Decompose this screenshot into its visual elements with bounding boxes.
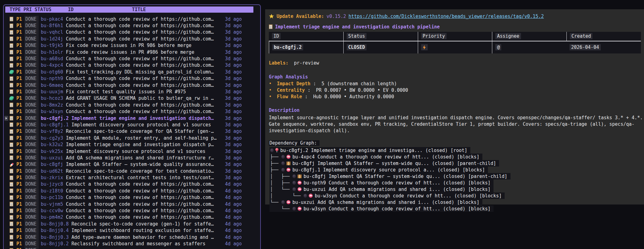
- issue-row[interactable]: P1 DONE bu-zkrixExtract architectural co…: [4, 174, 260, 181]
- issue-age: 3d ago: [225, 155, 244, 161]
- priority-label: P1: [16, 168, 24, 174]
- issue-row[interactable]: P1 DONE bu-8f6h1Conduct a thorough code …: [4, 22, 260, 29]
- column-header-pri: PRI: [23, 7, 32, 12]
- star-icon: [269, 14, 274, 19]
- priority-label: P1: [16, 221, 24, 227]
- issue-row[interactable]: P1 DONE bu-c8gfj.2Implement triage engin…: [4, 115, 260, 121]
- issue-text: bu-h1olrFix code review issues in PR #98…: [41, 49, 224, 55]
- issue-title: Conduct a thorough code review of https:…: [66, 76, 214, 81]
- issue-row[interactable]: P1 DONE bu-ud62tReconcile spec-to-code c…: [4, 168, 260, 174]
- detail-status: CLOSED: [347, 44, 366, 50]
- issue-row[interactable]: P1 DONE bu-h1olrFix code review issues i…: [4, 49, 260, 55]
- issue-row[interactable]: P1 DONE bu-cg2y3Implement QA module, ros…: [4, 135, 260, 141]
- issue-row[interactable]: P1 DONE bu-1d24jConduct a thorough code …: [4, 36, 260, 42]
- issue-row[interactable]: P1 DONE bu-uxzuiAdd QA schema migrations…: [4, 154, 260, 161]
- issue-title: Reconcile spec-to-code coverage (gen-1) …: [71, 221, 214, 227]
- issue-detail-panel: Update Available: v0.15.2 https://github…: [265, 9, 644, 205]
- issue-row[interactable]: P1 DONE bu-8njj0.8Reconcile spec-to-code…: [4, 221, 260, 227]
- issue-row[interactable]: P1 DONE bu-vk25xImplement discovery sour…: [4, 148, 260, 154]
- issue-row[interactable]: P1 DONE bu-a68sdConduct a thorough code …: [4, 55, 260, 62]
- issue-title: Fix code review issues in PR #986 before…: [66, 49, 194, 55]
- issue-id: bu-vf8y2: [41, 129, 63, 134]
- issue-text: bu-uuxjmFix contract test quality issues…: [41, 89, 224, 95]
- dependency-node-text: bu-c8gfj.1 Implement discovery source pr…: [292, 167, 485, 173]
- issue-age: 3d ago: [225, 149, 244, 154]
- issue-row[interactable]: P1 DONE bu-npth9Conduct a thorough code …: [4, 75, 260, 82]
- priority-label: P1: [16, 82, 24, 88]
- detail-table: ID Status Priority Assignee Created bu-c…: [269, 32, 641, 53]
- release-link[interactable]: https://github.com/Dicklesworthstone/bea…: [349, 14, 544, 19]
- issue-row[interactable]: P1 DONE bu-w3synConduct a thorough code …: [4, 108, 260, 115]
- issue-id: bu-z18t0: [41, 188, 63, 194]
- selection-gutter: [4, 168, 10, 174]
- selection-gutter: [4, 201, 10, 207]
- issue-id: bu-6maeq: [41, 82, 63, 88]
- issue-row[interactable]: P1 DONE bu-hcoz3Add GRANT USAGE ON SCHEM…: [4, 95, 260, 102]
- issue-age: 3d ago: [225, 23, 244, 28]
- issue-age: 3d ago: [225, 102, 244, 108]
- issue-row[interactable]: P1 DONE bu-pc11bConduct a thorough code …: [4, 194, 260, 201]
- issue-row[interactable]: P1 DONE bu-4xpc4Conduct a thorough code …: [4, 62, 260, 69]
- issue-type-cell: [10, 76, 16, 81]
- issue-row[interactable]: P1 DONE bu-vqhclConduct a thorough code …: [4, 29, 260, 36]
- issue-id: bu-k32u2: [41, 142, 63, 147]
- issue-row[interactable]: P1 DONE bu-pkac4Conduct a thorough code …: [4, 16, 260, 22]
- issue-text: bu-npth9Conduct a thorough code review o…: [41, 76, 224, 81]
- issue-type-cell: [10, 228, 16, 233]
- issue-row[interactable]: P1 DONE bu-8njj0.4Implement switchboard …: [4, 227, 260, 234]
- issue-id: bu-pc11b: [41, 195, 63, 200]
- issue-title: Conduct a thorough code review of https:…: [66, 195, 214, 200]
- priority-label: P1: [16, 62, 24, 68]
- priority-label: P1: [16, 29, 24, 35]
- status-label: DONE: [24, 201, 39, 207]
- dot-icon: [292, 181, 296, 185]
- issue-row[interactable]: P1 DONE bu-jzyc8Conduct a thorough code …: [4, 181, 260, 188]
- noentry-icon: [298, 181, 302, 185]
- issue-row[interactable]: P1 DONE bu-ccv0wConduct a thorough code …: [4, 207, 260, 214]
- priority-label: P1: [16, 214, 24, 220]
- issue-id: bu-uuxjm: [41, 89, 63, 95]
- issue-row[interactable]: P1 DONE bu-otg60Fix test_tracking.py DDL…: [4, 69, 260, 75]
- status-label: DONE: [24, 95, 39, 102]
- clipboard-icon: [10, 155, 13, 160]
- issue-row[interactable]: P1 DONE bu-pm4m2Conduct a thorough code …: [4, 214, 260, 221]
- issue-type-cell: [10, 241, 16, 246]
- issue-row[interactable]: P1 DONE bu-8njj0.3Add type-aware daemon …: [4, 234, 260, 240]
- issue-row[interactable]: P1 DONE: [4, 247, 260, 249]
- issue-row[interactable]: P1 DONE bu-t9jk5Fix code review issues i…: [4, 42, 260, 49]
- issue-title: Fix contract test quality issues in PR #…: [66, 89, 186, 95]
- issue-row[interactable]: P1 DONE bu-z18t0Conduct a thorough code …: [4, 188, 260, 194]
- issue-text: bu-8f6h1Conduct a thorough code review o…: [41, 23, 224, 28]
- issue-row[interactable]: P1 DONE bu-6maeqConduct a thorough code …: [4, 82, 260, 88]
- issue-row[interactable]: P1 DONE bu-uuxjmFix contract test qualit…: [4, 88, 260, 95]
- status-label: DONE: [24, 22, 39, 29]
- issue-id: bu-vk25x: [41, 149, 63, 154]
- issue-text: bu-c8gfj.2Implement triage engine and in…: [41, 116, 224, 121]
- issue-row[interactable]: P1 DONE bu-vjnm5Conduct a thorough code …: [4, 201, 260, 207]
- issue-row[interactable]: P1 DONE bu-8mx2zConduct a thorough code …: [4, 102, 260, 108]
- issue-id: bu-npth9: [41, 76, 63, 81]
- issue-age: 3d ago: [225, 16, 244, 22]
- issue-row[interactable]: P1 DONE bu-c8gfj.1Implement discovery so…: [4, 121, 260, 128]
- clipboard-icon: [10, 142, 13, 147]
- issue-text: bu-uxzuiAdd QA schema migrations and sha…: [41, 155, 224, 161]
- status-label: DONE: [24, 247, 39, 249]
- status-label: DONE: [24, 207, 39, 214]
- selection-gutter: [4, 247, 10, 249]
- status-label: DONE: [24, 49, 39, 55]
- issue-title: Add QA schema migrations and shared infr…: [66, 155, 214, 161]
- status-label: DONE: [24, 62, 39, 69]
- clipboard-icon: [10, 76, 13, 81]
- issue-type-cell: [10, 89, 16, 94]
- issue-row[interactable]: P1 DONE bu-k32u2Implement triage engine …: [4, 141, 260, 148]
- dependency-node: │ └── bu-uxzui Add QA schema migrations …: [269, 186, 644, 192]
- issue-id: bu-8mx2z: [41, 102, 63, 108]
- priority-label: P1: [16, 95, 24, 101]
- issue-row[interactable]: P1 DONE bu-8njj0.2Reclassify switchboard…: [4, 240, 260, 247]
- issue-row[interactable]: P1 DONE bu-c8gfjImplement QA Staffer — s…: [4, 161, 260, 168]
- status-label: DONE: [24, 214, 39, 221]
- issue-row[interactable]: P1 DONE bu-vf8y2Reconcile spec-to-code c…: [4, 128, 260, 135]
- detail-title-line: Implement triage engine and investigatio…: [269, 23, 644, 30]
- clipboard-icon: [10, 36, 13, 41]
- clipboard-icon: [10, 83, 13, 87]
